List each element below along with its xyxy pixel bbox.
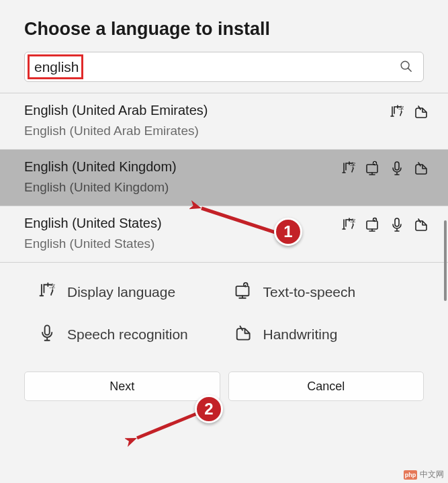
language-item-us[interactable]: English (United States) English (United … (0, 206, 448, 263)
handwriting-icon (234, 324, 251, 345)
legend-tts: Text-to-speech (234, 281, 424, 302)
handwriting-icon (413, 161, 428, 178)
watermark: php 中文网 (404, 469, 444, 480)
feature-legend: Display language Text-to-speech Speech r… (0, 263, 448, 351)
feature-icons (389, 104, 428, 122)
feature-icons (341, 217, 428, 234)
legend-label: Speech recognition (67, 326, 188, 343)
legend-label: Text-to-speech (263, 284, 356, 300)
svg-line-6 (137, 411, 203, 438)
language-native: English (United Arab Emirates) (24, 124, 428, 138)
scrollbar-thumb[interactable] (444, 220, 447, 301)
display-language-icon (341, 217, 355, 234)
watermark-text: 中文网 (420, 469, 444, 480)
text-to-speech-icon (365, 161, 379, 178)
display-language-icon (389, 104, 404, 122)
dialog-buttons: Next Cancel (0, 351, 448, 413)
language-name: English (United Arab Emirates) (24, 103, 428, 118)
display-language-icon (341, 161, 355, 178)
dialog-title: Choose a language to install (24, 19, 424, 40)
annotation-callout-1: 1 (274, 218, 302, 246)
handwriting-icon (413, 104, 428, 122)
search-box[interactable] (24, 52, 424, 82)
legend-label: Display language (67, 284, 175, 300)
display-language-icon (38, 281, 55, 302)
feature-icons (341, 161, 428, 178)
speech-recognition-icon (389, 161, 404, 178)
handwriting-icon (413, 217, 428, 234)
legend-display: Display language (38, 281, 228, 302)
cancel-button[interactable]: Cancel (228, 371, 424, 401)
legend-label: Handwriting (263, 326, 338, 343)
button-label: Next (109, 380, 134, 394)
annotation-callout-2: 2 (195, 395, 223, 423)
legend-handwriting: Handwriting (234, 324, 424, 345)
speech-recognition-icon (38, 324, 55, 345)
legend-speech: Speech recognition (38, 324, 228, 345)
language-item-uae[interactable]: English (United Arab Emirates) English (… (0, 93, 448, 150)
dialog-header: Choose a language to install (0, 0, 448, 52)
text-to-speech-icon (365, 217, 379, 234)
search-input[interactable] (30, 56, 399, 78)
speech-recognition-icon (389, 217, 404, 234)
watermark-logo: php (404, 470, 417, 480)
language-install-dialog: Choose a language to install English (Un… (0, 0, 448, 413)
language-native: English (United Kingdom) (24, 180, 428, 195)
next-button[interactable]: Next (24, 371, 220, 401)
text-to-speech-icon (234, 281, 251, 302)
language-item-uk[interactable]: English (United Kingdom) English (United… (0, 150, 448, 206)
language-list: English (United Arab Emirates) English (… (0, 93, 448, 263)
search-wrap (0, 52, 448, 93)
search-icon (399, 59, 412, 75)
language-native: English (United States) (24, 236, 428, 251)
button-label: Cancel (307, 380, 345, 394)
scrollbar[interactable] (443, 114, 448, 316)
